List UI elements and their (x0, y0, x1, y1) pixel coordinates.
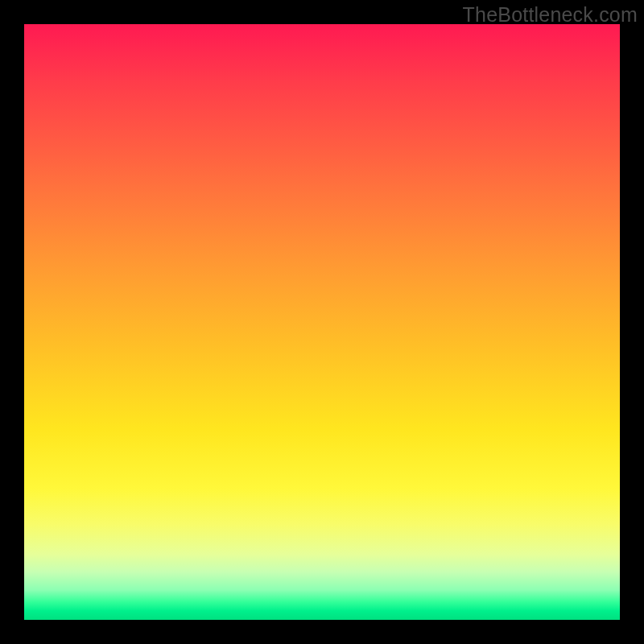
chart-frame: TheBottleneck.com (0, 0, 644, 644)
gradient-background (24, 24, 620, 620)
watermark-text: TheBottleneck.com (463, 3, 638, 27)
plot-area (24, 24, 620, 620)
